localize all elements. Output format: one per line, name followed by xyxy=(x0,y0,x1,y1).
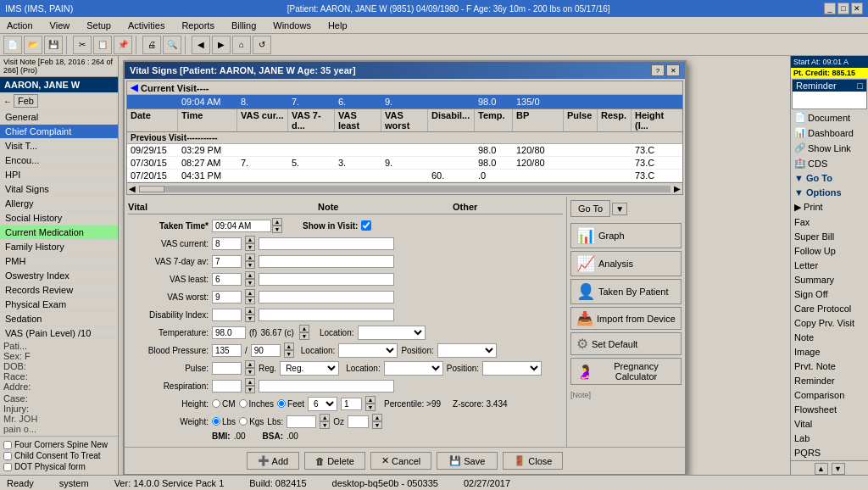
right-nav-document[interactable]: 📄 Document xyxy=(791,110,868,125)
pulse-up[interactable]: ▲ xyxy=(245,360,255,368)
visit-row-3[interactable]: 07/30/15 08:27 AM 7. 5. 3. 9. 98.0 120/8… xyxy=(127,157,682,170)
vas-worst-down[interactable]: ▼ xyxy=(245,297,255,304)
pulse-down[interactable]: ▼ xyxy=(245,368,255,376)
vas-current-input[interactable] xyxy=(212,237,242,250)
vas-7d-down[interactable]: ▼ xyxy=(245,261,255,269)
checkbox-dot[interactable]: DOT Physical form xyxy=(3,461,114,472)
right-nav-fax[interactable]: Fax xyxy=(791,215,868,230)
height-feet-select[interactable]: 6 xyxy=(308,397,337,411)
checkbox-four-corners[interactable]: Four Corners Spine New xyxy=(3,439,114,450)
nav-chief-complaint[interactable]: Chief Complaint xyxy=(0,125,118,139)
vas-current-note[interactable] xyxy=(259,237,394,250)
menu-billing[interactable]: Billing xyxy=(228,19,259,32)
toolbar-back[interactable]: ◀ xyxy=(192,36,210,54)
right-nav-goto[interactable]: ▼ Go To xyxy=(791,171,868,186)
temp-down[interactable]: ▼ xyxy=(299,332,309,340)
vas-least-note[interactable] xyxy=(259,273,394,286)
right-nav-pqrs[interactable]: PQRS xyxy=(791,446,868,460)
weight-oz-input[interactable] xyxy=(348,415,369,428)
table-scrollbar[interactable]: ◀ ▶ xyxy=(127,182,682,194)
add-btn[interactable]: ➕ Add xyxy=(247,452,300,470)
right-nav-copy[interactable]: Copy Prv. Visit xyxy=(791,316,868,331)
right-nav-print[interactable]: ▶ Print xyxy=(791,200,868,215)
close-modal-btn[interactable]: 🚪 Close xyxy=(503,452,563,470)
right-nav-cds[interactable]: 🏥 CDS xyxy=(791,156,868,171)
right-nav-superbill[interactable]: Super Bill xyxy=(791,230,868,244)
pulse-reg-select[interactable]: Reg. xyxy=(280,361,339,376)
wt-lbs-down[interactable]: ▼ xyxy=(320,421,330,429)
save-btn[interactable]: 💾 Save xyxy=(437,452,498,470)
feb-nav[interactable]: ← Feb xyxy=(0,92,118,110)
nav-hpi[interactable]: HPI xyxy=(0,168,118,182)
menu-reports[interactable]: Reports xyxy=(178,19,218,32)
toolbar-save[interactable]: 💾 xyxy=(44,36,63,54)
resp-down[interactable]: ▼ xyxy=(245,386,255,393)
checkbox-child-consent[interactable]: Child Consent To Treat xyxy=(3,450,114,461)
visit-row-4[interactable]: 07/20/15 04:31 PM 60. .0 73.C xyxy=(127,170,682,182)
bp-down[interactable]: ▼ xyxy=(284,350,294,358)
maximize-btn[interactable]: □ xyxy=(837,3,849,14)
nav-general[interactable]: General xyxy=(0,110,118,125)
nav-records-review[interactable]: Records Review xyxy=(0,283,118,298)
right-nav-reminder[interactable]: Reminder xyxy=(791,374,868,388)
delete-btn[interactable]: 🗑 Delete xyxy=(304,452,365,470)
reminder-toggle[interactable]: □ xyxy=(857,81,863,91)
scrollbar-thumb[interactable] xyxy=(139,186,164,192)
vas-least-input[interactable] xyxy=(212,273,242,286)
right-nav-signoff[interactable]: Sign Off xyxy=(791,287,868,302)
nav-sedation[interactable]: Sedation xyxy=(0,312,118,326)
nav-vital-signs[interactable]: Vital Signs xyxy=(0,182,118,197)
nav-oswestry[interactable]: Oswestry Index xyxy=(0,269,118,283)
weight-lbs-radio-label[interactable]: Lbs xyxy=(212,417,236,426)
right-nav-summary[interactable]: Summary xyxy=(791,273,868,287)
wt-oz-down[interactable]: ▼ xyxy=(372,421,382,429)
vas-least-up[interactable]: ▲ xyxy=(245,271,255,279)
toolbar-refresh[interactable]: ↺ xyxy=(253,36,271,54)
height-inches-input[interactable] xyxy=(341,398,362,410)
vas-least-down[interactable]: ▼ xyxy=(245,279,255,287)
nav-allergy[interactable]: Allergy xyxy=(0,197,118,211)
right-nav-image[interactable]: Image xyxy=(791,345,868,359)
modal-help-btn[interactable]: ? xyxy=(651,64,665,76)
disab-down[interactable]: ▼ xyxy=(245,315,255,322)
right-nav-showlink[interactable]: 🔗 Show Link xyxy=(791,141,868,156)
weight-lbs-input[interactable] xyxy=(287,415,316,428)
menu-activities[interactable]: Activities xyxy=(125,19,168,32)
pulse-position-select[interactable] xyxy=(482,361,542,376)
toolbar-print[interactable]: 🖨 xyxy=(142,36,161,54)
height-up[interactable]: ▲ xyxy=(365,396,376,404)
height-cm-radio-label[interactable]: CM xyxy=(212,399,236,409)
vas-7d-up[interactable]: ▲ xyxy=(245,253,255,261)
right-nav-flowsheet[interactable]: Flowsheet xyxy=(791,403,868,417)
visit-row-2[interactable]: 09/29/15 03:29 PM 98.0 120/80 73.C xyxy=(127,144,682,157)
toolbar-open[interactable]: 📂 xyxy=(24,36,42,54)
height-down[interactable]: ▼ xyxy=(365,404,376,411)
scroll-right-arrow[interactable]: ▶ xyxy=(674,184,681,193)
vas-7day-note[interactable] xyxy=(259,255,394,268)
disability-input[interactable] xyxy=(212,309,242,321)
disab-up[interactable]: ▲ xyxy=(245,307,255,315)
menu-help[interactable]: Help xyxy=(325,19,351,32)
nav-visit-t[interactable]: Visit T... xyxy=(0,139,118,153)
time-up-btn[interactable]: ▲ xyxy=(272,218,282,226)
right-nav-up[interactable]: ▲ xyxy=(815,463,828,475)
set-default-btn[interactable]: ⚙ Set Default xyxy=(570,332,682,355)
right-nav-followup[interactable]: Follow Up xyxy=(791,244,868,259)
nav-social-history[interactable]: Social History xyxy=(0,211,118,226)
bp-dia-input[interactable] xyxy=(251,344,281,357)
weight-kgs-radio-label[interactable]: Kgs xyxy=(239,417,264,426)
menu-setup[interactable]: Setup xyxy=(83,19,114,32)
close-btn[interactable]: ✕ xyxy=(851,3,863,14)
nav-encou[interactable]: Encou... xyxy=(0,153,118,168)
height-inches-radio-label[interactable]: Inches xyxy=(239,399,274,409)
toolbar-fwd[interactable]: ▶ xyxy=(212,36,231,54)
vas-cur-down[interactable]: ▼ xyxy=(245,243,255,251)
vas-7day-input[interactable] xyxy=(212,255,242,268)
show-in-visit-checkbox[interactable] xyxy=(361,220,371,231)
right-nav-note[interactable]: Note xyxy=(791,331,868,345)
wt-oz-up[interactable]: ▲ xyxy=(372,414,382,421)
bp-location-select[interactable] xyxy=(338,343,398,358)
pulse-input[interactable] xyxy=(212,362,242,375)
menu-action[interactable]: Action xyxy=(3,19,36,32)
menu-view[interactable]: View xyxy=(47,19,74,32)
